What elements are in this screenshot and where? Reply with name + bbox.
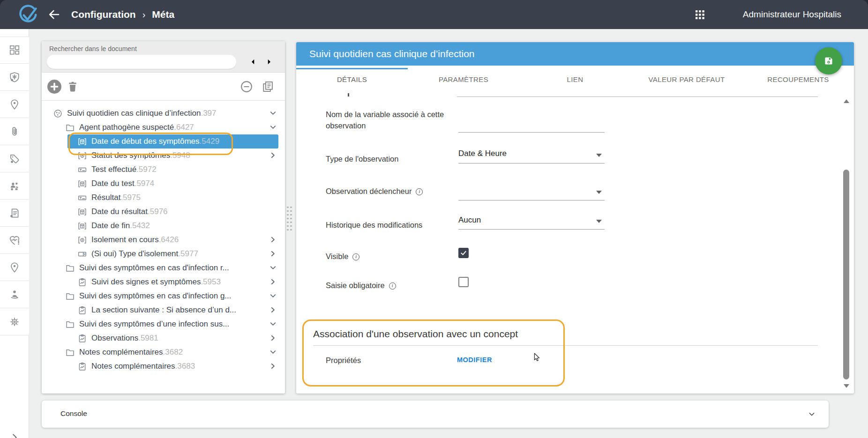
tab-lien[interactable]: LIEN	[519, 66, 631, 93]
historique-dropdown-caret-icon[interactable]	[596, 220, 602, 223]
tree-item[interactable]: Date de début des symptômes.5429	[67, 134, 278, 148]
type-observation-select-value[interactable]: Date & Heure	[458, 149, 507, 158]
sidebar-item-team[interactable]	[0, 172, 29, 200]
sidebar-item-medical-shield[interactable]	[0, 64, 29, 91]
tree-item-id: .397	[201, 109, 216, 118]
tab-bar: DÉTAILSPARAMÈTRESLIENVALEUR PAR DÉFAUTRE…	[296, 66, 854, 93]
observation-declencheur-dropdown-caret-icon[interactable]	[596, 191, 602, 194]
chevron-down-icon[interactable]	[269, 319, 277, 328]
chevron-right-icon[interactable]	[269, 235, 277, 244]
chevron-right-icon[interactable]	[269, 249, 277, 258]
console-chevron-down-icon[interactable]	[807, 409, 816, 419]
sidebar-item-settings[interactable]	[0, 308, 29, 335]
collapse-all-button[interactable]	[240, 80, 253, 93]
add-item-button[interactable]	[46, 78, 63, 95]
tree-item[interactable]: Date du test.5974	[42, 177, 285, 191]
chevron-down-icon[interactable]	[269, 263, 277, 272]
observation-declencheur-select-underline[interactable]	[458, 200, 605, 200]
folder-icon	[65, 263, 75, 273]
medical-shield-icon	[8, 71, 21, 83]
visible-checkbox[interactable]	[458, 248, 469, 258]
search-label: Rechercher dans le document	[49, 45, 137, 52]
tree-item[interactable]: Suivi des signes et symptômes.5953	[42, 275, 285, 289]
historique-select-value[interactable]: Aucun	[458, 215, 481, 225]
scrollbar-thumb[interactable]	[843, 170, 849, 379]
console-bar[interactable]: Console	[42, 401, 829, 428]
tree-item-id: .3683	[175, 362, 195, 371]
modifier-link[interactable]: MODIFIER	[457, 356, 492, 364]
checkmark-icon	[460, 249, 467, 257]
duplicate-button[interactable]	[261, 80, 274, 93]
search-prev-chevron-icon[interactable]	[249, 58, 257, 66]
sidebar-item-location[interactable]	[0, 91, 29, 118]
calendar-icon	[77, 137, 87, 147]
sidebar-item-dashboard[interactable]	[0, 37, 29, 64]
tab-d-tails[interactable]: DÉTAILS	[296, 66, 408, 93]
tree-item[interactable]: Résultat.5975	[42, 191, 285, 205]
chevron-down-icon[interactable]	[269, 348, 277, 356]
sidebar-item-health-alert[interactable]	[0, 227, 29, 254]
apps-grid-icon[interactable]	[696, 10, 704, 19]
sidebar-item-tag[interactable]	[0, 145, 29, 172]
save-floppy-icon	[822, 54, 835, 67]
search-input[interactable]	[47, 55, 236, 69]
scrollbar-down-arrow[interactable]	[844, 384, 849, 388]
chevron-right-icon[interactable]	[269, 334, 277, 342]
info-icon[interactable]: i	[416, 188, 423, 195]
save-button[interactable]	[815, 47, 842, 74]
historique-select-underline	[458, 229, 605, 230]
tree-item[interactable]: La section suivante : Si absence d’un d.…	[42, 303, 285, 317]
field-label-observation-declencheur: Observation déclencheuri	[326, 186, 453, 197]
user-menu[interactable]: Administrateur Hospitalis	[743, 0, 841, 29]
chevron-right-icon[interactable]	[269, 277, 277, 286]
tree-item[interactable]: Date du résultat.5976	[42, 205, 285, 219]
chevron-down-icon[interactable]	[269, 291, 277, 300]
nom-variable-input[interactable]	[458, 132, 605, 133]
node-icon	[53, 109, 63, 119]
chevron-right-icon[interactable]	[269, 151, 277, 160]
tree-item[interactable]: Date de fin.5432	[42, 219, 285, 233]
tree-item[interactable]: Agent pathogène suspecté.6427	[42, 120, 285, 134]
info-icon[interactable]: i	[389, 282, 396, 290]
tree-item[interactable]: Notes complémentaires.3682	[42, 345, 285, 359]
chevron-down-icon[interactable]	[269, 123, 277, 132]
breadcrumb-section[interactable]: Configuration	[71, 9, 136, 20]
tree-item[interactable]: Suivi des symptômes en cas d'infection r…	[42, 261, 285, 275]
breadcrumb: Configuration › Méta	[71, 0, 174, 29]
scrollbar-up-arrow[interactable]	[844, 99, 849, 103]
chevron-right-icon[interactable]	[269, 362, 277, 371]
tree-item[interactable]: (Si oui) Type d'isolement.5977	[42, 247, 285, 261]
tree-item[interactable]: Isolement en cours.6426	[42, 233, 285, 247]
field-label-historique: Historique des modifications	[326, 219, 453, 230]
type-observation-dropdown-caret-icon[interactable]	[596, 154, 602, 157]
scrolled-field-underline	[457, 97, 818, 97]
saisie-obligatoire-checkbox[interactable]	[458, 277, 469, 287]
panel-splitter-handle[interactable]	[286, 206, 292, 232]
tree-item[interactable]: Suivi des symptômes d’une infection sus.…	[42, 317, 285, 331]
sidebar-item-attachment[interactable]	[0, 118, 29, 145]
expand-rail-chevron-icon[interactable]	[9, 432, 20, 438]
tree-item-label: Résultat	[91, 193, 120, 202]
tree-item-id: .3682	[163, 348, 183, 357]
tree-item[interactable]: Notes complémentaires.3683	[42, 359, 285, 373]
sidebar-item-patient[interactable]	[0, 281, 29, 308]
chevron-down-icon[interactable]	[269, 109, 277, 118]
tab-param-tres[interactable]: PARAMÈTRES	[408, 66, 519, 93]
sidebar-item-location-2[interactable]	[0, 254, 29, 281]
tree-item[interactable]: Observations.5981	[42, 331, 285, 345]
sidebar-item-document[interactable]	[0, 200, 29, 227]
team-icon	[8, 180, 21, 192]
tab-valeur-par-d-faut[interactable]: VALEUR PAR DÉFAUT	[631, 66, 742, 93]
tree-item[interactable]: Test effectué.5972	[42, 163, 285, 177]
delete-trash-button[interactable]	[66, 80, 79, 93]
back-arrow-icon[interactable]	[47, 7, 61, 22]
tree-item[interactable]: Suivi quotidien cas clinique d’infection…	[42, 106, 285, 120]
left-icon-rail	[0, 29, 29, 438]
clipboard-icon	[77, 362, 87, 371]
tree-item[interactable]: Statut des symptômes.5948	[42, 148, 285, 163]
chevron-right-icon[interactable]	[269, 305, 277, 314]
tree-item-id: .5976	[148, 207, 168, 216]
tree-item[interactable]: Suivi des symptômes en cas d'infection g…	[42, 289, 285, 303]
info-icon[interactable]: i	[352, 253, 359, 260]
search-next-chevron-icon[interactable]	[265, 58, 273, 66]
